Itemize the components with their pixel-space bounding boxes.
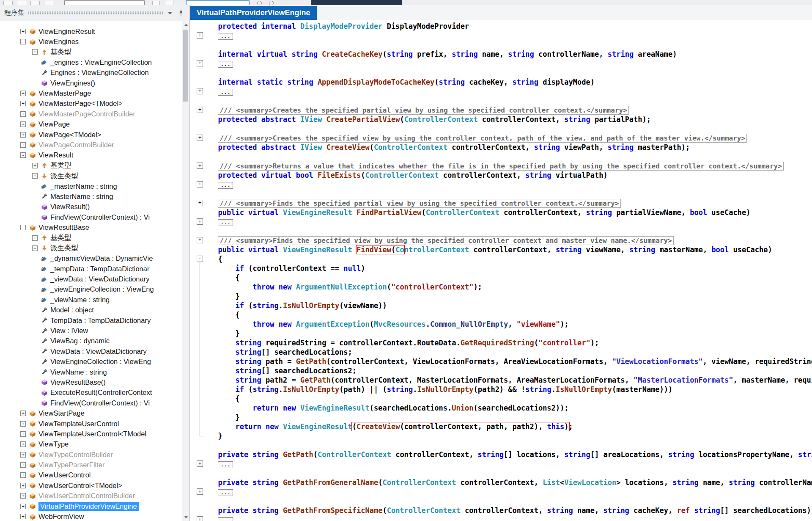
expand-toggle-icon[interactable]: + [20,111,26,117]
expand-toggle-icon[interactable]: + [20,493,26,499]
tree-item[interactable]: +ViewTemplateUserControl<TModel [0,429,182,439]
expand-toggle-icon[interactable]: + [20,121,26,127]
tree-item[interactable]: -ViewResult [0,150,182,160]
tree-item[interactable]: ViewBag : dynamic [0,336,182,346]
tree-item[interactable]: View : IView [0,325,182,336]
expand-toggle-icon[interactable]: + [20,91,26,96]
expand-region-icon[interactable]: + [197,488,203,495]
assembly-tree[interactable]: +ViewEngineResult-ViewEngines+基类型_engine… [0,21,182,521]
toolbar-button[interactable] [152,1,160,5]
tree-item[interactable]: +ViewPage [0,119,182,130]
scroll-thumb[interactable] [183,30,188,102]
expand-toggle-icon[interactable]: - [20,39,26,44]
expand-toggle-icon[interactable]: - [20,152,26,158]
tree-item[interactable]: +ViewUserControl<TModel> [0,480,182,491]
code-editor[interactable]: protected internal DisplayModeProvider D… [190,20,812,521]
expand-toggle-icon[interactable]: + [32,173,38,179]
expand-toggle-icon[interactable]: + [20,411,26,416]
expand-region-icon[interactable]: + [197,237,203,243]
toolbar-icon[interactable] [269,1,274,5]
expand-toggle-icon[interactable]: + [20,483,26,488]
expand-toggle-icon[interactable]: + [20,452,26,458]
tree-item[interactable]: +ViewType [0,439,182,449]
tree-item[interactable]: +WebFormView [0,511,182,521]
tree-item[interactable]: +ViewTemplateUserControl [0,419,182,429]
tree-item[interactable]: +ViewMasterPageControlBuilder [0,109,182,119]
tree-scrollbar[interactable] [182,21,189,521]
tab-virtualpathproviderviewengine[interactable]: VirtualPathProviderViewEngine [190,6,317,20]
tree-item[interactable]: FindView(ControllerContext) : Vi [0,398,182,408]
toolbar-button[interactable] [44,1,53,5]
tree-item[interactable]: +ViewTypeControlBuilder [0,449,182,460]
tree-item[interactable]: _engines : ViewEngineCollection [0,57,182,67]
tree-item[interactable]: +ViewTypeParserFilter [0,460,182,470]
expand-toggle-icon[interactable]: + [20,462,26,468]
expand-region-icon[interactable]: + [197,60,203,66]
window-menu-icon[interactable] [166,9,174,17]
toolbar-dropdown[interactable] [311,0,402,5]
expand-toggle-icon[interactable]: - [20,225,26,230]
toolbar-button[interactable] [17,1,26,5]
tree-item[interactable]: TempData : TempDataDictionary [0,315,182,325]
tree-item[interactable]: FindView(ControllerContext) : Vi [0,212,182,222]
tree-item[interactable]: +ViewEngineResult [0,26,182,36]
tree-item[interactable]: Model : object [0,305,182,315]
tree-item[interactable]: +ViewPageControlBuilder [0,140,182,150]
tree-item[interactable]: +派生类型 [0,243,182,253]
tree-item[interactable]: +ViewUserControl [0,470,182,480]
expand-region-icon[interactable]: + [197,516,203,521]
tree-item[interactable]: +基类型 [0,160,182,171]
expand-region-icon[interactable]: + [197,163,203,169]
tree-item[interactable]: +ViewUserControlControlBuilder [0,491,182,501]
tree-item[interactable]: ViewName : string [0,367,182,377]
tree-item[interactable]: +ViewMasterPage [0,88,182,98]
expand-region-icon[interactable]: + [197,107,203,113]
expand-toggle-icon[interactable]: + [32,245,38,251]
expand-region-icon[interactable]: + [197,32,203,39]
expand-region-icon[interactable]: + [197,135,203,141]
tree-item[interactable]: Engines : ViewEngineCollection [0,68,182,78]
expand-toggle-icon[interactable]: + [32,163,38,168]
tree-item[interactable]: ExecuteResult(ControllerContext [0,388,182,398]
tree-item[interactable]: MasterName : string [0,191,182,201]
tree-item[interactable]: +ViewStartPage [0,408,182,418]
tree-item[interactable]: +ViewPage<TModel> [0,130,182,140]
toolbar-button[interactable] [3,1,13,5]
expand-region-icon[interactable]: + [197,88,203,94]
tree-item[interactable]: _tempData : TempDataDictionar [0,264,182,274]
tree-item[interactable]: +ViewMasterPage<TModel> [0,99,182,109]
tree-item[interactable]: _masterName : string [0,181,182,191]
expand-toggle-icon[interactable]: + [20,421,26,427]
expand-region-icon[interactable]: + [197,181,203,187]
assembly-panel-header[interactable]: 程序集 [0,5,189,21]
expand-toggle-icon[interactable]: + [20,431,26,437]
toolbar-icon[interactable] [257,1,262,5]
tree-item[interactable]: ViewResultBase() [0,377,182,387]
tree-item[interactable]: ViewEngineCollection : ViewEng [0,357,182,367]
toolbar-button[interactable] [30,1,40,5]
tree-item[interactable]: _viewName : string [0,295,182,305]
toolbar-searchbox[interactable] [186,0,250,5]
scroll-down-button[interactable] [182,514,189,521]
tree-item[interactable]: ViewEngines() [0,78,182,88]
pin-icon[interactable] [177,9,185,17]
tree-item[interactable]: +VirtualPathProviderViewEngine [0,501,182,511]
tree-item[interactable]: -ViewEngines [0,36,182,47]
scroll-up-button[interactable] [182,21,189,28]
expand-toggle-icon[interactable]: + [20,441,26,447]
tree-item[interactable]: +基类型 [0,233,182,243]
expand-toggle-icon[interactable]: + [32,235,38,241]
tree-item[interactable]: +派生类型 [0,171,182,181]
tree-item[interactable]: _viewEngineCollection : ViewEng [0,284,182,295]
toolbar-combobox[interactable] [64,0,145,5]
expand-toggle-icon[interactable]: + [20,142,26,148]
tree-item[interactable]: _dynamicViewData : DynamicVie [0,254,182,264]
tree-item[interactable]: +基类型 [0,47,182,57]
expand-toggle-icon[interactable]: + [20,132,26,138]
toolbar-button[interactable] [166,1,173,5]
tree-item[interactable]: ViewResult() [0,202,182,212]
expand-toggle-icon[interactable]: + [20,504,26,509]
tree-item[interactable]: _viewData : ViewDataDictionary [0,274,182,284]
collapse-region-icon[interactable]: - [197,256,203,262]
tree-item[interactable]: -ViewResultBase [0,222,182,232]
